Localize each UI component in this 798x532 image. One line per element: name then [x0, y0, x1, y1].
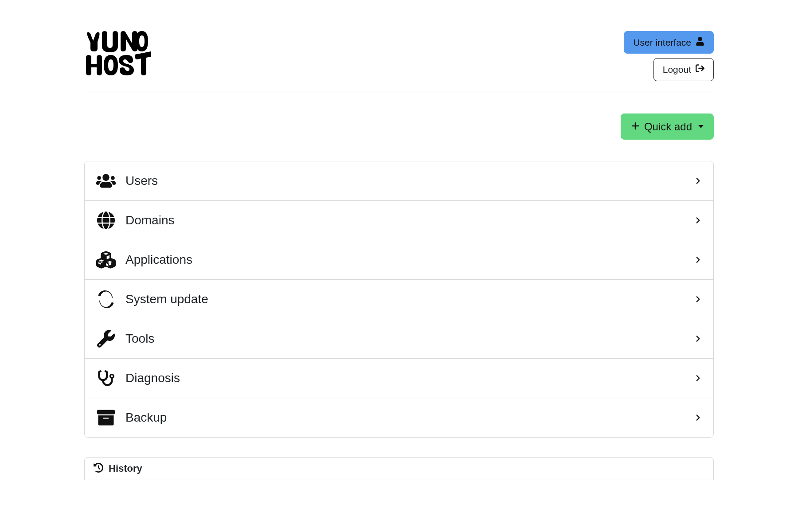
caret-down-icon — [698, 125, 704, 128]
menu-item-label: Users — [125, 174, 694, 188]
chevron-right-icon — [694, 374, 702, 382]
plus-icon — [631, 119, 640, 134]
globe-icon — [96, 211, 116, 230]
chevron-right-icon — [694, 177, 702, 185]
user-interface-button[interactable]: User interface — [624, 31, 714, 54]
chevron-right-icon — [694, 216, 702, 224]
history-bar[interactable]: History — [84, 457, 714, 480]
toolbar: Quick add — [84, 93, 714, 161]
wrench-icon — [96, 329, 116, 348]
logout-button[interactable]: Logout — [653, 58, 714, 81]
header: User interface Logout — [84, 0, 714, 93]
menu-item-users[interactable]: Users — [85, 161, 713, 201]
user-icon — [696, 36, 704, 49]
users-icon — [96, 171, 116, 191]
logo[interactable] — [84, 29, 151, 78]
menu-item-diagnosis[interactable]: Diagnosis — [85, 359, 713, 398]
history-icon — [94, 463, 103, 474]
menu-item-tools[interactable]: Tools — [85, 319, 713, 359]
menu-item-label: Backup — [125, 411, 694, 425]
user-interface-label: User interface — [633, 36, 691, 49]
chevron-right-icon — [694, 256, 702, 264]
quick-add-button[interactable]: Quick add — [621, 113, 714, 140]
main-menu: Users Domains Applications System update — [84, 161, 714, 438]
quick-add-label: Quick add — [644, 119, 692, 134]
header-actions: User interface Logout — [624, 29, 714, 81]
archive-icon — [96, 408, 116, 427]
refresh-icon — [96, 289, 116, 309]
menu-item-label: Applications — [125, 253, 694, 267]
menu-item-label: System update — [125, 292, 694, 306]
menu-item-label: Tools — [125, 332, 694, 346]
stethoscope-icon — [96, 368, 116, 388]
sign-out-icon — [696, 63, 704, 76]
chevron-right-icon — [694, 295, 702, 303]
menu-item-backup[interactable]: Backup — [85, 398, 713, 437]
menu-item-label: Diagnosis — [125, 371, 694, 385]
chevron-right-icon — [694, 414, 702, 422]
menu-item-system-update[interactable]: System update — [85, 280, 713, 319]
menu-item-domains[interactable]: Domains — [85, 201, 713, 240]
chevron-right-icon — [694, 335, 702, 343]
cubes-icon — [96, 250, 116, 270]
logout-label: Logout — [663, 63, 691, 76]
menu-item-applications[interactable]: Applications — [85, 240, 713, 280]
history-label: History — [109, 463, 142, 474]
menu-item-label: Domains — [125, 213, 694, 227]
